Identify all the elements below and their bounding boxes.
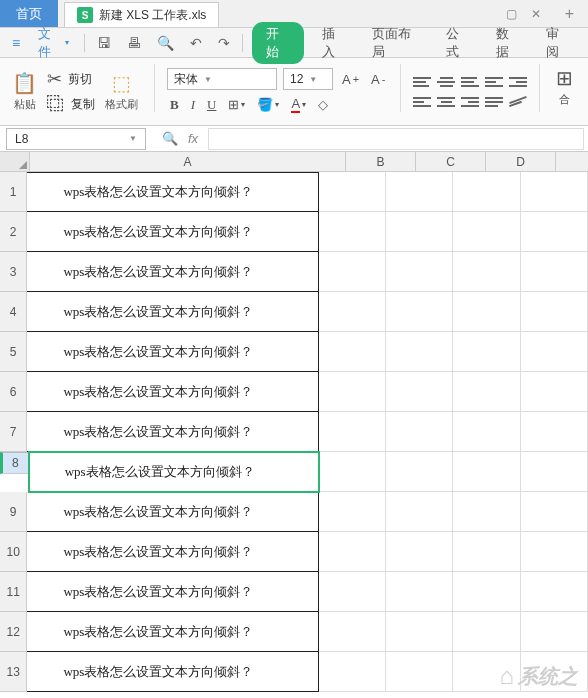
row-header[interactable]: 9	[0, 492, 27, 532]
cell[interactable]: wps表格怎么设置文本方向倾斜？	[27, 252, 318, 292]
cell[interactable]: wps表格怎么设置文本方向倾斜？	[27, 572, 318, 612]
cell[interactable]: wps表格怎么设置文本方向倾斜？	[27, 412, 318, 452]
present-icon[interactable]: ▢	[506, 7, 517, 21]
document-tab[interactable]: S 新建 XLS 工作表.xls	[64, 2, 219, 27]
cell[interactable]	[386, 252, 453, 292]
undo-icon[interactable]: ↶	[183, 31, 209, 55]
increase-font-icon[interactable]: A+	[339, 70, 362, 89]
cell[interactable]	[386, 452, 453, 492]
row-header[interactable]: 11	[0, 572, 27, 612]
file-menu[interactable]: 文件▾	[28, 21, 79, 65]
cell[interactable]	[386, 572, 453, 612]
cell[interactable]	[319, 612, 386, 652]
text-direction-icon[interactable]	[509, 95, 527, 109]
decrease-font-icon[interactable]: A-	[368, 70, 388, 89]
cell[interactable]	[319, 252, 386, 292]
italic-button[interactable]: I	[188, 95, 198, 115]
row-header[interactable]: 7	[0, 412, 27, 452]
cell[interactable]	[319, 372, 386, 412]
tab-insert[interactable]: 插入	[310, 21, 358, 65]
row-header[interactable]: 6	[0, 372, 27, 412]
paste-button[interactable]: 📋 粘贴	[8, 69, 41, 114]
cell[interactable]: wps表格怎么设置文本方向倾斜？	[27, 652, 318, 692]
cell[interactable]: wps表格怎么设置文本方向倾斜？	[29, 452, 319, 492]
cell[interactable]: wps表格怎么设置文本方向倾斜？	[27, 292, 318, 332]
indent-decrease-icon[interactable]	[485, 75, 503, 89]
font-color-button[interactable]: A▾	[288, 94, 309, 115]
cell[interactable]	[453, 452, 520, 492]
cell[interactable]: wps表格怎么设置文本方向倾斜？	[27, 172, 318, 212]
col-header-d[interactable]: D	[486, 152, 556, 171]
cell[interactable]	[521, 652, 588, 692]
cell[interactable]	[521, 292, 588, 332]
format-painter-button[interactable]: ⬚ 格式刷	[101, 69, 142, 114]
cell[interactable]	[386, 612, 453, 652]
cell[interactable]	[453, 212, 520, 252]
cell[interactable]	[521, 492, 588, 532]
merge-button[interactable]: ⊞ 合	[552, 64, 577, 119]
align-center-icon[interactable]	[437, 95, 455, 109]
font-name-select[interactable]: 宋体▼	[167, 68, 277, 90]
cell[interactable]	[319, 652, 386, 692]
clear-format-button[interactable]: ◇	[315, 95, 331, 114]
col-header-a[interactable]: A	[30, 152, 346, 171]
font-size-select[interactable]: 12▼	[283, 68, 333, 90]
close-tab-icon[interactable]: ✕	[531, 7, 541, 21]
cell-reference-input[interactable]: L8 ▼	[6, 128, 146, 150]
cell[interactable]	[453, 292, 520, 332]
cell[interactable]: wps表格怎么设置文本方向倾斜？	[27, 492, 318, 532]
col-header-c[interactable]: C	[416, 152, 486, 171]
wrap-text-icon[interactable]	[485, 95, 503, 109]
cell[interactable]	[386, 652, 453, 692]
print-icon[interactable]: 🖶	[120, 31, 148, 55]
align-right-icon[interactable]	[461, 95, 479, 109]
cell[interactable]	[521, 452, 588, 492]
cell[interactable]	[453, 172, 520, 212]
zoom-icon[interactable]: 🔍	[162, 131, 178, 146]
align-left-icon[interactable]	[413, 95, 431, 109]
cell[interactable]	[319, 172, 386, 212]
cell[interactable]: wps表格怎么设置文本方向倾斜？	[27, 332, 318, 372]
cell[interactable]	[521, 572, 588, 612]
select-all-corner[interactable]	[0, 152, 30, 171]
cell[interactable]	[521, 612, 588, 652]
underline-button[interactable]: U	[204, 95, 219, 115]
cell[interactable]	[453, 652, 520, 692]
cell[interactable]	[386, 412, 453, 452]
formula-input[interactable]	[208, 128, 584, 150]
cell[interactable]: wps表格怎么设置文本方向倾斜？	[27, 372, 318, 412]
cell[interactable]	[453, 572, 520, 612]
row-header[interactable]: 8	[0, 452, 29, 474]
save-icon[interactable]: 🖫	[90, 31, 118, 55]
cell[interactable]	[453, 332, 520, 372]
row-header[interactable]: 1	[0, 172, 27, 212]
indent-increase-icon[interactable]	[509, 75, 527, 89]
cell[interactable]: wps表格怎么设置文本方向倾斜？	[27, 612, 318, 652]
cell[interactable]	[386, 532, 453, 572]
bold-button[interactable]: B	[167, 95, 182, 115]
cell[interactable]	[319, 212, 386, 252]
cell[interactable]	[319, 292, 386, 332]
tab-start[interactable]: 开始	[252, 22, 304, 64]
preview-icon[interactable]: 🔍	[150, 31, 181, 55]
cell[interactable]	[319, 332, 386, 372]
row-header[interactable]: 12	[0, 612, 27, 652]
fx-icon[interactable]: fx	[188, 131, 198, 146]
cell[interactable]	[453, 412, 520, 452]
tab-pagelayout[interactable]: 页面布局	[360, 21, 432, 65]
cell[interactable]	[453, 532, 520, 572]
cell[interactable]	[453, 492, 520, 532]
cell[interactable]	[386, 172, 453, 212]
cell[interactable]: wps表格怎么设置文本方向倾斜？	[27, 212, 318, 252]
cut-button[interactable]: ✂剪切	[47, 68, 92, 90]
cell[interactable]	[453, 252, 520, 292]
col-header-b[interactable]: B	[346, 152, 416, 171]
cell[interactable]	[386, 212, 453, 252]
border-button[interactable]: ⊞▾	[225, 95, 248, 114]
redo-icon[interactable]: ↷	[211, 31, 237, 55]
row-header[interactable]: 3	[0, 252, 27, 292]
cell[interactable]	[453, 372, 520, 412]
cell[interactable]	[319, 452, 386, 492]
cell[interactable]	[386, 332, 453, 372]
row-header[interactable]: 4	[0, 292, 27, 332]
